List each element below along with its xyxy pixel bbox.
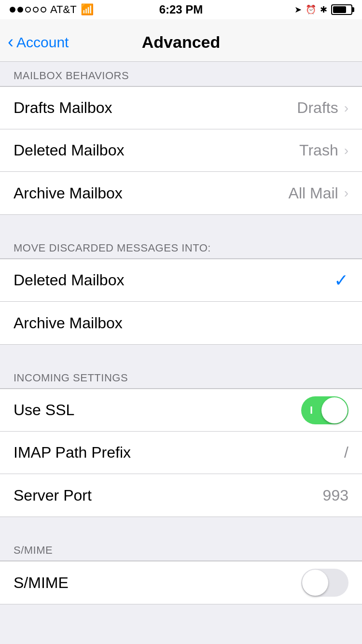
back-label: Account (16, 34, 69, 51)
section-gap-3 (0, 517, 362, 536)
archive-mailbox-choice-label: Archive Mailbox (14, 314, 123, 332)
bluetooth-icon: ✱ (320, 4, 327, 15)
wifi-icon: 📶 (81, 3, 94, 16)
section-gap-1 (0, 215, 362, 234)
deleted-mailbox-label: Deleted Mailbox (14, 141, 124, 159)
smime-group: S/MIME (0, 561, 362, 604)
archive-mailbox-label: Archive Mailbox (14, 184, 123, 202)
back-chevron-icon: ‹ (8, 33, 14, 51)
toggle-i-label: I (310, 404, 313, 417)
server-port-row[interactable]: Server Port 993 (0, 474, 362, 517)
use-ssl-toggle-thumb (321, 397, 348, 423)
use-ssl-label: Use SSL (14, 401, 74, 419)
incoming-settings-group: Use SSL I IMAP Path Prefix / Server Port… (0, 389, 362, 517)
smime-row[interactable]: S/MIME (0, 561, 362, 604)
archive-chevron-icon: › (344, 185, 348, 201)
archive-value-text: All Mail (289, 184, 338, 202)
check-mark-icon: ✓ (334, 270, 348, 291)
drafts-mailbox-value: Drafts › (297, 99, 348, 117)
dot-2 (17, 7, 23, 13)
imap-path-prefix-row[interactable]: IMAP Path Prefix / (0, 432, 362, 474)
signal-dots (10, 7, 46, 13)
archive-mailbox-value: All Mail › (289, 184, 348, 202)
deleted-value-text: Trash (299, 141, 338, 159)
smime-label: S/MIME (14, 574, 69, 592)
alarm-icon: ⏰ (306, 4, 316, 15)
smime-toggle-thumb (302, 570, 328, 596)
archive-mailbox-choice-row[interactable]: Archive Mailbox (0, 302, 362, 344)
dot-4 (33, 7, 39, 13)
back-button[interactable]: ‹ Account (8, 34, 69, 51)
smime-toggle-track (301, 569, 348, 597)
nav-bar: ‹ Account Advanced (0, 19, 362, 62)
smime-toggle[interactable] (301, 569, 348, 597)
server-port-label: Server Port (14, 487, 92, 504)
deleted-mailbox-value: Trash › (299, 141, 348, 159)
section-header-smime: S/MIME (0, 536, 362, 561)
mailbox-behaviors-group: Drafts Mailbox Drafts › Deleted Mailbox … (0, 86, 362, 215)
location-icon: ➤ (294, 4, 302, 15)
status-right: ➤ ⏰ ✱ (294, 4, 352, 15)
section-header-move-discarded: MOVE DISCARDED MESSAGES INTO: (0, 234, 362, 259)
server-port-value: 993 (323, 487, 348, 504)
drafts-mailbox-label: Drafts Mailbox (14, 99, 112, 117)
status-time: 6:23 PM (159, 3, 203, 16)
move-discarded-group: Deleted Mailbox ✓ Archive Mailbox (0, 259, 362, 345)
section-header-incoming: INCOMING SETTINGS (0, 364, 362, 389)
deleted-mailbox-row[interactable]: Deleted Mailbox Trash › (0, 129, 362, 172)
drafts-mailbox-row[interactable]: Drafts Mailbox Drafts › (0, 87, 362, 129)
dot-1 (10, 7, 15, 13)
imap-path-prefix-value: / (344, 444, 348, 462)
page-title: Advanced (142, 33, 221, 52)
drafts-value-text: Drafts (297, 99, 338, 117)
section-gap-2 (0, 345, 362, 364)
status-bar: AT&T 📶 6:23 PM ➤ ⏰ ✱ (0, 0, 362, 19)
status-left: AT&T 📶 (10, 3, 94, 16)
deleted-mailbox-choice-row[interactable]: Deleted Mailbox ✓ (0, 259, 362, 302)
use-ssl-toggle-track: I (301, 396, 348, 424)
deleted-mailbox-choice-label: Deleted Mailbox (14, 271, 124, 289)
use-ssl-toggle[interactable]: I (301, 396, 348, 424)
dot-5 (41, 7, 46, 13)
imap-path-prefix-label: IMAP Path Prefix (14, 444, 131, 462)
carrier-label: AT&T (50, 3, 77, 16)
use-ssl-row[interactable]: Use SSL I (0, 389, 362, 432)
archive-mailbox-row[interactable]: Archive Mailbox All Mail › (0, 172, 362, 214)
section-header-mailbox-behaviors: MAILBOX BEHAVIORS (0, 62, 362, 86)
deleted-chevron-icon: › (344, 143, 348, 158)
battery-fill (333, 6, 346, 13)
dot-3 (25, 7, 31, 13)
drafts-chevron-icon: › (344, 100, 348, 116)
battery-icon (331, 4, 352, 15)
